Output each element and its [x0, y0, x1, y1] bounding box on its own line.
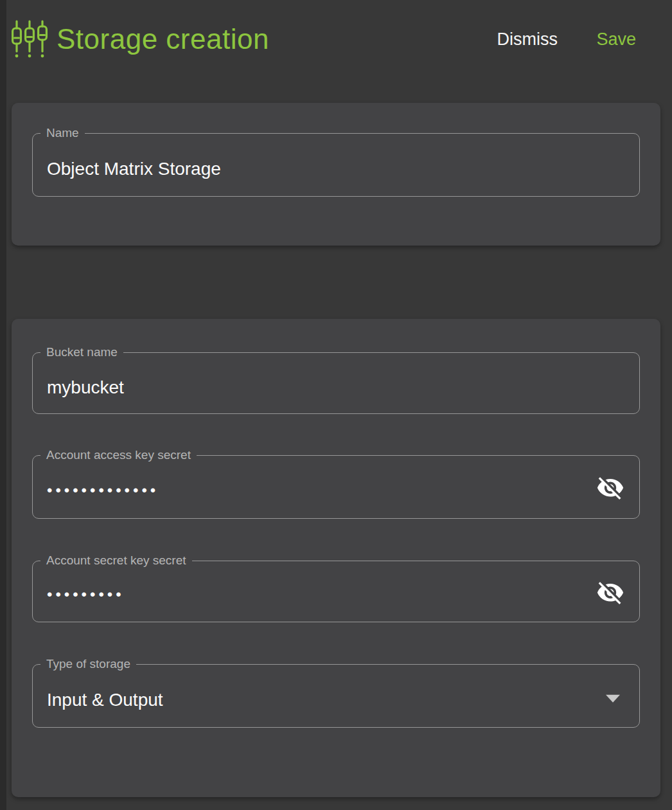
secret-key-secret-input[interactable]: •••••••••	[47, 561, 594, 622]
eye-off-icon	[596, 578, 624, 608]
storage-type-select[interactable]: Type of storage Input & Output	[32, 664, 640, 728]
bucket-name-input[interactable]: mybucket	[47, 353, 594, 413]
details-card: Bucket name mybucket Account access key …	[12, 319, 660, 797]
name-card: Name Object Matrix Storage	[12, 103, 660, 246]
access-key-secret-field[interactable]: Account access key secret •••••••••••••	[32, 455, 640, 519]
storage-type-selected-value[interactable]: Input & Output	[47, 665, 594, 727]
eye-off-icon	[596, 474, 624, 504]
bucket-name-field[interactable]: Bucket name mybucket	[32, 352, 640, 414]
secret-key-secret-field[interactable]: Account secret key secret •••••••••	[32, 561, 640, 622]
access-key-secret-input[interactable]: •••••••••••••	[47, 456, 594, 518]
access-key-visibility-toggle[interactable]	[596, 474, 625, 503]
caret-down-icon[interactable]	[606, 694, 620, 702]
name-input[interactable]: Object Matrix Storage	[47, 134, 594, 196]
left-edge-strip	[0, 0, 6, 810]
page-title: Storage creation	[57, 23, 269, 55]
secret-key-visibility-toggle[interactable]	[596, 579, 625, 608]
dismiss-button[interactable]: Dismiss	[497, 30, 558, 50]
sliders-icon	[12, 20, 48, 59]
save-button[interactable]: Save	[596, 30, 636, 50]
name-field[interactable]: Name Object Matrix Storage	[32, 133, 640, 197]
